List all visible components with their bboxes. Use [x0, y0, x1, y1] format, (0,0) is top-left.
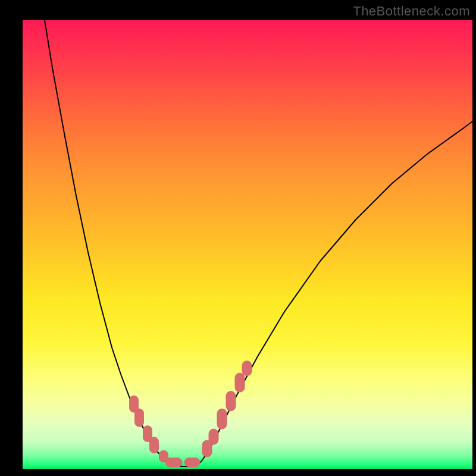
chart-stage: TheBottleneck.com [0, 0, 476, 476]
curve-marker [235, 373, 245, 392]
curve-marker [165, 458, 182, 467]
marker-layer [130, 361, 252, 467]
curve-marker [135, 409, 144, 427]
plot-area [23, 20, 472, 469]
curve-marker [184, 458, 200, 467]
chart-svg [23, 20, 472, 469]
bottleneck-curve [45, 20, 472, 466]
curve-marker [242, 361, 252, 376]
watermark-text: TheBottleneck.com [353, 4, 470, 19]
curve-marker [217, 409, 227, 429]
curve-marker [209, 429, 218, 444]
curve-marker [226, 392, 236, 411]
curve-marker [150, 437, 159, 453]
